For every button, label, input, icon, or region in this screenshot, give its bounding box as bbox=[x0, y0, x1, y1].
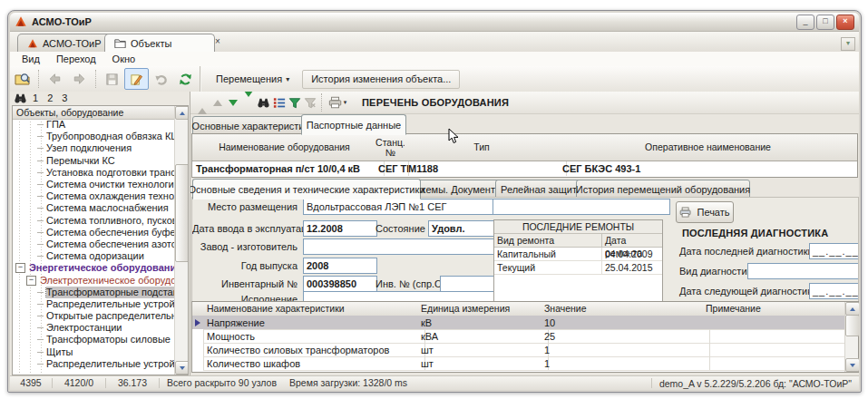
tab-objects[interactable]: Объекты bbox=[104, 34, 215, 52]
tab-close-icon[interactable]: × bbox=[215, 36, 220, 46]
characteristics-scrollbar[interactable] bbox=[844, 302, 858, 372]
inv-of-input[interactable] bbox=[440, 276, 495, 292]
move-down-button[interactable] bbox=[225, 94, 240, 111]
list-settings-button[interactable] bbox=[271, 94, 287, 111]
column-header[interactable]: Станц. № bbox=[376, 134, 405, 161]
scrollbar-thumb[interactable] bbox=[845, 315, 859, 336]
scrollbar-thumb[interactable] bbox=[175, 164, 189, 262]
scroll-down-icon[interactable] bbox=[845, 358, 859, 372]
column-header[interactable]: Дата ремонта bbox=[602, 234, 662, 248]
back-button[interactable] bbox=[43, 68, 67, 90]
column-header[interactable]: Тип bbox=[405, 134, 560, 161]
edit-button[interactable] bbox=[124, 68, 149, 90]
column-header[interactable]: Значение bbox=[541, 302, 707, 316]
tree-item[interactable]: Система одоризации bbox=[13, 250, 175, 262]
tree-item[interactable]: Трансформаторные подстанции bbox=[13, 287, 175, 298]
tab-passport-data[interactable]: Паспортные данные bbox=[301, 114, 406, 135]
location-extra-input[interactable] bbox=[493, 199, 670, 215]
refresh-button[interactable] bbox=[173, 68, 198, 90]
filter-button[interactable] bbox=[287, 94, 302, 111]
print-button[interactable]: Печать bbox=[676, 201, 734, 223]
manufacturer-input[interactable] bbox=[303, 238, 495, 255]
clear-filter-button[interactable] bbox=[302, 94, 317, 111]
find-level-3-button[interactable]: 3 bbox=[58, 92, 71, 103]
menu-window[interactable]: Окно bbox=[104, 53, 144, 65]
tree-item[interactable]: Трансформаторы силовые bbox=[13, 334, 175, 345]
tree-item[interactable]: Щиты bbox=[13, 346, 175, 358]
tree-column-header[interactable]: Объекты, оборудование bbox=[13, 106, 175, 120]
tree-scrollbar[interactable] bbox=[174, 106, 188, 375]
tree-item-label: Щиты bbox=[46, 346, 73, 358]
column-header[interactable]: Примечание bbox=[702, 302, 853, 316]
maximize-button[interactable]: □ bbox=[816, 15, 834, 30]
forward-button[interactable] bbox=[67, 68, 92, 90]
type-cell[interactable]: М1188 bbox=[405, 161, 567, 176]
title-bar[interactable]: АСМО-ТОиР _ □ × bbox=[10, 13, 859, 32]
column-header[interactable]: Наименование оборудования bbox=[192, 134, 377, 161]
tree-item[interactable]: Перемычки КС bbox=[13, 155, 175, 167]
save-button[interactable] bbox=[100, 68, 124, 90]
print-list-button[interactable]: ▾ bbox=[326, 94, 349, 111]
scroll-down-icon[interactable] bbox=[175, 361, 189, 375]
tree-item[interactable]: Трубопроводная обвязка КЦ с ТГ bbox=[13, 131, 175, 142]
diag-kind-input[interactable] bbox=[747, 263, 859, 279]
tree-item[interactable]: Система очистки технологическо bbox=[13, 179, 175, 190]
collapse-minus-icon[interactable]: − bbox=[15, 263, 25, 273]
scroll-up-icon[interactable] bbox=[175, 106, 189, 120]
tree-item[interactable]: Установка подготовки транспорт bbox=[13, 167, 175, 179]
open-object-button[interactable] bbox=[10, 68, 34, 90]
inventory-input[interactable]: 000398850 bbox=[303, 276, 377, 292]
move-first-button[interactable] bbox=[194, 94, 210, 111]
tree-item[interactable]: Узел подключения bbox=[13, 142, 175, 154]
column-header[interactable]: Вид ремонта bbox=[494, 234, 602, 248]
tree-item[interactable]: Система маслоснабжения bbox=[13, 202, 175, 214]
tree-item[interactable]: Распределительные устройства с bbox=[13, 298, 175, 310]
tree-item[interactable]: Система топливного, пускового и bbox=[13, 215, 175, 227]
search-button[interactable] bbox=[256, 94, 271, 111]
find-level-1-button[interactable]: 1 bbox=[29, 92, 42, 103]
tab-relay-protection[interactable]: Релейная защита bbox=[495, 180, 588, 199]
operational-name-cell[interactable]: СЕГ БКЭС 493-1 bbox=[559, 161, 857, 176]
repair-date-cell: 25.04.2015 bbox=[602, 261, 662, 275]
tree-item[interactable]: Система обеспечения буферным bbox=[13, 227, 175, 238]
tree-item[interactable]: Система охлаждения технологич bbox=[13, 190, 175, 202]
state-input[interactable]: Удовл. bbox=[428, 220, 495, 237]
tree-item[interactable]: Электростанции bbox=[13, 322, 175, 334]
window-title: АСМО-ТОиР bbox=[32, 16, 92, 27]
column-header[interactable]: Наименование характеристики bbox=[203, 302, 422, 316]
tree-item[interactable]: ГПА bbox=[13, 119, 175, 131]
next-diag-date-input[interactable]: __.__.____ bbox=[809, 283, 859, 299]
tree-item[interactable]: Открытые распределительные ус bbox=[13, 310, 175, 322]
table-row[interactable]: Капитальный04.04.2009 bbox=[494, 248, 662, 261]
tree-item[interactable]: −Энергетическое оборудование bbox=[13, 262, 175, 274]
tab-movement-history[interactable]: История перемещений оборудования bbox=[576, 180, 750, 199]
binoculars-icon[interactable] bbox=[14, 92, 27, 103]
location-input[interactable]: Вдольтрассовая ЛЭП №1 СЕГ bbox=[303, 199, 494, 215]
column-header[interactable]: Оперативное наименование bbox=[559, 134, 857, 161]
table-row[interactable]: Текущий25.04.2015 bbox=[494, 261, 662, 275]
undo-button[interactable] bbox=[149, 68, 173, 90]
minimize-button[interactable]: _ bbox=[796, 15, 814, 30]
menu-navigate[interactable]: Переход bbox=[48, 53, 104, 65]
move-last-button[interactable] bbox=[240, 94, 256, 111]
menu-view[interactable]: Вид bbox=[14, 53, 48, 65]
commission-date-input[interactable]: 12.2008 bbox=[303, 220, 377, 237]
history-button[interactable]: История изменения объекта... bbox=[302, 70, 460, 89]
column-header[interactable]: Единица измерения bbox=[417, 302, 545, 316]
tab-list-dropdown-icon[interactable]: ▾ bbox=[841, 37, 855, 51]
tree-item[interactable]: Распределительные устройства д bbox=[13, 358, 175, 370]
close-button[interactable]: × bbox=[836, 15, 854, 30]
move-up-button[interactable] bbox=[210, 94, 225, 111]
tree-item[interactable]: −Электротехническое оборудование bbox=[13, 274, 175, 286]
last-diag-date-input[interactable]: __.__.____ bbox=[809, 243, 859, 259]
collapse-minus-icon[interactable]: − bbox=[26, 276, 36, 286]
movements-menu-button[interactable]: Перемещения ▾ bbox=[207, 70, 298, 89]
scroll-up-icon[interactable] bbox=[845, 302, 859, 316]
equipment-name-cell[interactable]: Трансформаторная п/ст 10/0,4 кВ bbox=[192, 161, 385, 176]
tab-general-info[interactable]: Основные сведения и технические характер… bbox=[192, 179, 421, 200]
tab-main-characteristics[interactable]: Основные характеристики bbox=[192, 116, 314, 135]
year-input[interactable]: 2008 bbox=[303, 258, 377, 274]
tree-branch-line bbox=[37, 339, 44, 340]
tree-item[interactable]: Система обеспечения азотом bbox=[13, 238, 175, 250]
find-level-2-button[interactable]: 2 bbox=[44, 92, 56, 103]
